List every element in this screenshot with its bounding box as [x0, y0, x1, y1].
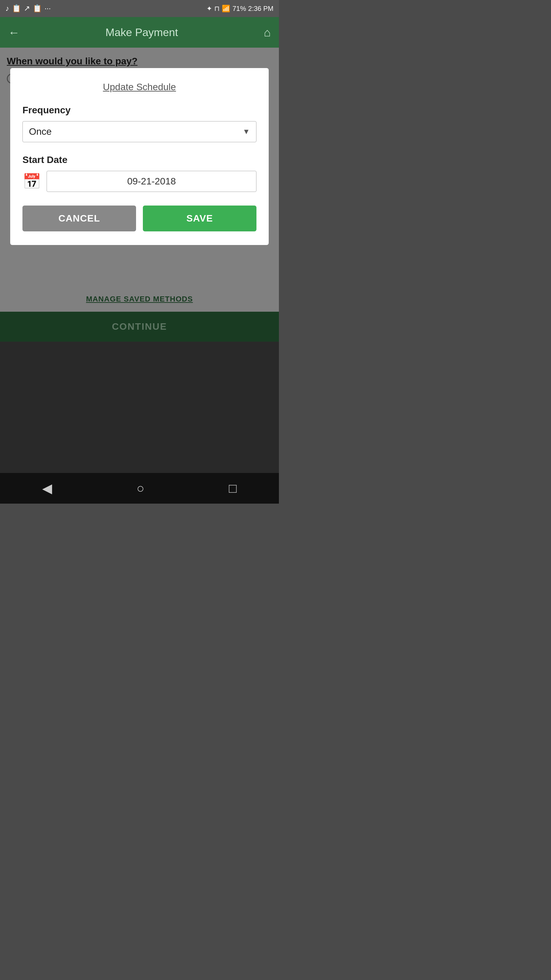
back-button[interactable]: ← — [8, 26, 20, 39]
mail-icon: 📋 — [33, 4, 42, 13]
status-bar: ♪ 📋 ↗ 📋 ··· ✦ ⊓ 📶 71% 2:36 PM — [0, 0, 279, 17]
page-title: Make Payment — [105, 26, 178, 39]
frequency-value: Once — [29, 126, 52, 137]
date-input[interactable]: 09-21-2018 — [47, 171, 256, 192]
battery-text: 71% — [232, 5, 246, 13]
status-icons-left: ♪ 📋 ↗ 📋 ··· — [5, 4, 51, 13]
save-button[interactable]: SAVE — [143, 205, 256, 231]
frequency-label: Frequency — [22, 105, 256, 116]
cancel-button[interactable]: CANCEL — [22, 205, 136, 231]
music-icon: ♪ — [5, 4, 9, 13]
bluetooth-icon: ✦ — [206, 5, 212, 13]
home-nav-button[interactable]: ○ — [137, 481, 144, 496]
modal-title: Update Schedule — [22, 82, 256, 92]
status-right: ✦ ⊓ 📶 71% 2:36 PM — [206, 5, 273, 13]
frequency-dropdown[interactable]: Once ▼ — [22, 121, 256, 142]
calendar-icon[interactable]: 📅 — [22, 174, 41, 189]
signal-icon: 📶 — [222, 5, 230, 13]
outlook-icon: 📋 — [12, 4, 21, 13]
recent-nav-button[interactable]: □ — [229, 481, 237, 496]
start-date-label: Start Date — [22, 154, 256, 165]
nfc-icon: ↗ — [24, 4, 30, 13]
modal-buttons: CANCEL SAVE — [22, 205, 256, 231]
back-nav-button[interactable]: ◀ — [42, 481, 52, 496]
app-bar: ← Make Payment ⌂ — [0, 17, 279, 48]
chevron-down-icon: ▼ — [243, 127, 250, 136]
home-button[interactable]: ⌂ — [264, 26, 271, 39]
nfc-icon2: ⊓ — [214, 5, 220, 13]
time-display: 2:36 PM — [248, 5, 273, 13]
start-date-row: 📅 09-21-2018 — [22, 171, 256, 192]
update-schedule-modal: Update Schedule Frequency Once ▼ Start D… — [10, 68, 269, 245]
nav-bar: ◀ ○ □ — [0, 473, 279, 504]
more-icon: ··· — [44, 4, 51, 13]
